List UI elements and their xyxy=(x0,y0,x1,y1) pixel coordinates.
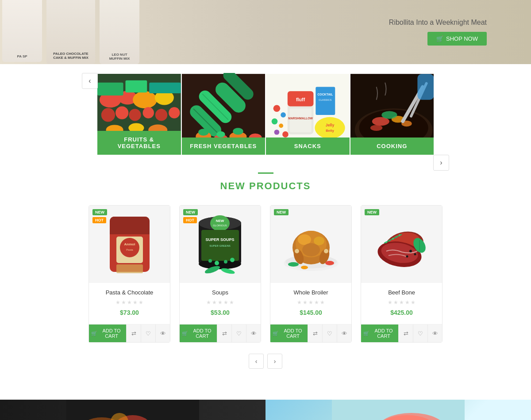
svg-point-10 xyxy=(155,109,167,121)
svg-point-110 xyxy=(399,234,400,236)
svg-point-46 xyxy=(273,105,281,112)
product-stars-beef: ★ ★ ★ ★ ★ xyxy=(366,299,437,305)
hero-products: PA SP PALEO CHOCOLATECAKE & MUFFIN MIX L… xyxy=(0,0,142,64)
svg-point-97 xyxy=(324,249,328,253)
compare-beef-button[interactable]: ⇄ xyxy=(398,325,413,342)
svg-text:fluff: fluff xyxy=(296,97,305,102)
svg-point-109 xyxy=(396,236,397,238)
compare-pasta-button[interactable]: ⇄ xyxy=(126,325,141,342)
bottom-banner-left xyxy=(0,400,266,420)
svg-text:Jelly: Jelly xyxy=(326,123,335,127)
product-info-beef: Beef Bone ★ ★ ★ ★ ★ $425.00 xyxy=(361,283,442,324)
svg-rect-70 xyxy=(116,264,143,273)
svg-point-8 xyxy=(129,109,141,121)
product-name-broiler: Whole Broiler xyxy=(276,289,346,296)
badge-new-beef: NEW xyxy=(365,209,379,215)
svg-point-51 xyxy=(282,131,289,137)
product-stars-soups: ★ ★ ★ ★ ★ xyxy=(185,299,255,305)
hero-banner: PA SP PALEO CHOCOLATECAKE & MUFFIN MIX L… xyxy=(0,0,531,64)
product-actions-broiler: 🛒 ADD TO CART ⇄ ♡ 👁 xyxy=(270,324,351,342)
wishlist-broiler-button[interactable]: ♡ xyxy=(322,325,337,342)
wishlist-beef-button[interactable]: ♡ xyxy=(413,325,427,342)
view-broiler-button[interactable]: 👁 xyxy=(337,325,351,342)
wishlist-pasta-button[interactable]: ♡ xyxy=(141,325,155,342)
category-card-fresh-vegetables[interactable]: FRESH VEGETABLES xyxy=(182,73,266,155)
view-pasta-button[interactable]: 👁 xyxy=(155,325,170,342)
svg-text:MARSHMALLOW: MARSHMALLOW xyxy=(288,117,313,120)
add-to-cart-soups-button[interactable]: 🛒 ADD TO CART xyxy=(180,325,217,342)
product-image-broiler: NEW xyxy=(270,206,351,283)
svg-point-32 xyxy=(216,131,225,137)
product-info-soups: Soups ★ ★ ★ ★ ★ $53.00 xyxy=(180,283,261,324)
wishlist-soups-button[interactable]: ♡ xyxy=(231,325,246,342)
svg-point-11 xyxy=(169,107,180,118)
category-card-snacks[interactable]: fluff MARSHMALLOW COCKTAIL CLASSICS Jell… xyxy=(266,73,350,155)
product-name-beef: Beef Bone xyxy=(366,289,437,296)
fresh-vegetables-label: FRESH VEGETABLES xyxy=(182,137,266,155)
svg-point-50 xyxy=(274,130,280,135)
cooking-label: COOKING xyxy=(350,137,434,155)
pagination-next-button[interactable]: › xyxy=(267,354,282,369)
svg-point-57 xyxy=(381,111,397,119)
product-image-soups: NEW HOT NEW GLORIOUS SUPER SOUPS xyxy=(180,206,261,283)
svg-rect-15 xyxy=(97,83,123,95)
svg-rect-38 xyxy=(290,108,312,132)
product-info-broiler: Whole Broiler ★ ★ ★ ★ ★ $145.00 xyxy=(270,283,351,324)
product-image-pasta: NEW HOT Anmol Pasta xyxy=(89,206,170,283)
svg-rect-65 xyxy=(110,228,150,234)
compare-soups-button[interactable]: ⇄ xyxy=(217,325,231,342)
svg-point-93 xyxy=(302,243,320,256)
bottom-banner-right xyxy=(266,400,531,420)
svg-point-6 xyxy=(101,108,115,122)
categories-next-button[interactable]: › xyxy=(433,155,449,171)
svg-rect-16 xyxy=(125,80,147,92)
svg-text:Belly: Belly xyxy=(326,129,334,133)
product-actions-pasta: 🛒 ADD TO CART ⇄ ♡ 👁 xyxy=(89,324,170,342)
compare-broiler-button[interactable]: ⇄ xyxy=(308,325,322,342)
svg-text:COCKTAIL: COCKTAIL xyxy=(317,93,333,96)
svg-point-31 xyxy=(198,129,208,136)
svg-text:CLASSICS: CLASSICS xyxy=(319,99,331,101)
hero-product-3: LEO NUTMUFFIN MIX xyxy=(100,0,139,64)
svg-point-59 xyxy=(370,125,382,131)
category-card-cooking[interactable]: COOKING xyxy=(350,73,434,155)
add-to-cart-beef-label: ADD TO CART xyxy=(371,328,396,339)
new-products-section: NEW PRODUCTS NEW HOT Anmol Pasta xyxy=(0,155,531,400)
svg-point-9 xyxy=(143,107,154,118)
svg-point-107 xyxy=(389,240,390,241)
svg-point-83 xyxy=(224,260,227,263)
product-card-beef-bone: NEW xyxy=(361,205,442,343)
pagination-prev-button[interactable]: ‹ xyxy=(249,354,264,369)
shop-now-button[interactable]: 🛒 SHOP NOW xyxy=(427,32,487,46)
svg-point-106 xyxy=(385,241,387,243)
add-to-cart-broiler-label: ADD TO CART xyxy=(281,328,305,339)
hero-title: Ribollita Into a Weeknight Meat xyxy=(389,19,487,27)
svg-text:Anmol: Anmol xyxy=(124,242,135,246)
categories-section: ‹ xyxy=(0,64,531,155)
add-to-cart-beef-button[interactable]: 🛒 ADD TO CART xyxy=(361,325,398,342)
categories-prev-button[interactable]: ‹ xyxy=(82,73,98,89)
product-stars-broiler: ★ ★ ★ ★ ★ xyxy=(276,299,346,305)
product-card-soups: NEW HOT NEW GLORIOUS SUPER SOUPS xyxy=(179,205,261,343)
svg-point-48 xyxy=(272,118,278,125)
products-grid: NEW HOT Anmol Pasta Pasta & Chocolate xyxy=(88,205,442,343)
add-to-cart-broiler-button[interactable]: 🛒 ADD TO CART xyxy=(270,325,308,342)
product-price-soups: $53.00 xyxy=(185,309,255,316)
badge-hot-soups: HOT xyxy=(183,217,197,223)
hero-product-2: PALEO CHOCOLATECAKE & MUFFIN MIX xyxy=(46,0,95,64)
product-info-pasta: Pasta & Chocolate ★ ★ ★ ★ ★ $73.00 xyxy=(89,283,170,324)
hero-text-area: Ribollita Into a Weeknight Meat 🛒 SHOP N… xyxy=(389,19,487,46)
svg-text:Pasta: Pasta xyxy=(126,248,133,251)
svg-point-84 xyxy=(230,258,235,262)
view-soups-button[interactable]: 👁 xyxy=(246,325,261,342)
hero-product-1: PA SP xyxy=(2,0,42,62)
pagination: ‹ › xyxy=(0,343,531,382)
category-card-fruits-vegetables[interactable]: HALF FCA FRUITS & VEGETABLES xyxy=(97,73,181,155)
svg-point-113 xyxy=(406,256,408,258)
svg-point-81 xyxy=(208,259,212,263)
svg-point-108 xyxy=(392,238,394,240)
view-beef-button[interactable]: 👁 xyxy=(427,325,442,342)
section-title: NEW PRODUCTS xyxy=(0,180,531,192)
add-to-cart-pasta-button[interactable]: 🛒 ADD TO CART xyxy=(89,325,126,342)
svg-point-4 xyxy=(133,91,157,108)
